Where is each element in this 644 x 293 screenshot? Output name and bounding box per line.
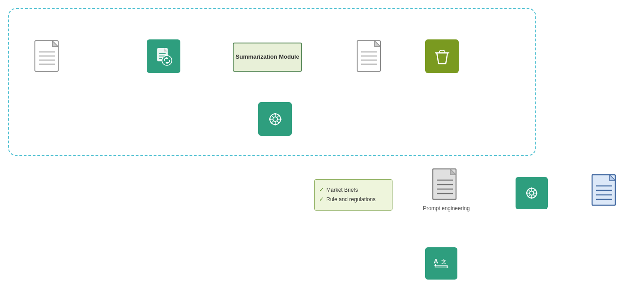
storage-bucket-box: [425, 39, 459, 73]
document-icon-2: [356, 39, 385, 74]
svg-line-52: [533, 190, 535, 192]
translation-icon-box: A 文: [425, 247, 457, 280]
circuit-icon-box-2: [516, 177, 548, 209]
svg-point-47: [531, 197, 533, 199]
process-icon-box: [147, 39, 180, 73]
ai-module-box: [258, 102, 292, 136]
svg-point-33: [280, 118, 281, 120]
prompt-engineering-doc: Prompt engineering: [423, 167, 470, 211]
svg-point-48: [526, 192, 528, 194]
market-briefs-checklist: ✓ Market Briefs ✓ Rule and regulations: [314, 179, 392, 211]
svg-line-26: [272, 116, 274, 118]
svg-point-41: [530, 191, 534, 195]
document-icon-1: [34, 39, 63, 74]
blue-document-icon: [590, 172, 620, 208]
svg-point-30: [274, 113, 276, 115]
svg-line-27: [277, 121, 279, 123]
svg-line-50: [528, 190, 530, 192]
svg-point-49: [536, 192, 537, 194]
summarization-module-box: Summarization Module: [233, 43, 302, 72]
svg-marker-62: [447, 266, 448, 268]
svg-line-29: [272, 121, 274, 123]
svg-text:A: A: [434, 258, 438, 265]
svg-point-32: [269, 118, 271, 120]
svg-text:文: 文: [441, 259, 447, 265]
svg-line-53: [528, 194, 530, 197]
svg-line-51: [533, 194, 535, 197]
svg-line-28: [277, 116, 279, 118]
svg-point-31: [274, 124, 276, 125]
svg-point-46: [531, 187, 533, 189]
